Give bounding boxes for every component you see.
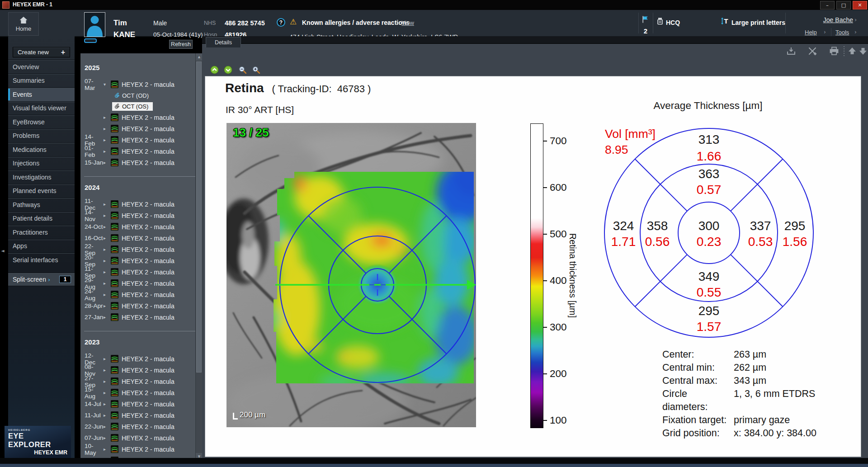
timeline-entry[interactable]: 20-Sep▸HEYEX 2 - macula (80, 255, 202, 266)
chevron-right-icon[interactable]: ▸ (104, 269, 111, 274)
timeline-entry[interactable]: 08-Nov▸HEYEX 2 - macula (80, 364, 202, 376)
split-screen-value[interactable]: 1 (59, 276, 71, 283)
timeline-entry[interactable]: 22-Sep▸HEYEX 2 - macula (80, 244, 202, 255)
timeline-entry[interactable]: 15-Jan▸HEYEX 2 - macula (80, 157, 202, 168)
chevron-right-icon[interactable]: ▸ (104, 303, 111, 308)
pan-down-icon[interactable] (224, 66, 232, 74)
chevron-right-icon[interactable]: ▸ (104, 126, 111, 131)
chevron-right-icon[interactable]: ▸ (104, 247, 111, 252)
window-close-icon[interactable]: ✕ (853, 1, 867, 9)
pan-up-icon[interactable] (210, 66, 219, 74)
collapse-left-icon[interactable]: ◄ (1, 248, 5, 253)
create-new-button[interactable]: Create new + (13, 47, 70, 57)
tab-details[interactable]: Details (206, 37, 241, 47)
timeline-entry[interactable]: 11-Jul▸HEYEX 2 - macula (80, 410, 202, 421)
home-button[interactable]: Home (8, 12, 39, 36)
chevron-right-icon[interactable]: ▸ (104, 236, 111, 241)
sidebar-item-summaries[interactable]: Summaries (8, 74, 75, 88)
chevron-right-icon[interactable]: ▸ (104, 315, 111, 320)
timeline-entry[interactable]: ▸HEYEX 2 - macula (80, 123, 202, 134)
sidebar-item-eyebrowse[interactable]: EyeBrowse (8, 115, 75, 129)
chevron-right-icon[interactable]: ▸ (104, 258, 111, 263)
chevron-right-icon[interactable]: ▸ (104, 368, 111, 373)
edit-tools-icon[interactable] (807, 46, 817, 56)
chevron-right-icon[interactable]: ▸ (104, 292, 111, 297)
sidebar-item-injections[interactable]: Injections (8, 156, 75, 170)
chevron-right-icon[interactable]: ▸ (104, 447, 111, 452)
timeline-entry[interactable]: ▸HEYEX 2 - macula (80, 112, 202, 123)
chevron-right-icon[interactable]: ▸ (104, 435, 111, 440)
chevron-right-icon[interactable]: ▸ (104, 160, 111, 165)
chevron-right-icon[interactable]: ▸ (104, 224, 111, 229)
timeline-entry[interactable]: 14-Feb▸HEYEX 2 - macula (80, 134, 202, 146)
timeline-entry[interactable]: 14-Nov▸HEYEX 2 - macula (80, 210, 202, 221)
print-icon[interactable] (829, 46, 839, 56)
timeline-entry[interactable]: 11-Dec▸HEYEX 2 - macula (80, 198, 202, 210)
sidebar-item-medications[interactable]: Medications (8, 142, 75, 156)
sidebar-item-events[interactable]: Events (8, 87, 75, 101)
chevron-right-icon[interactable]: ▸ (104, 379, 111, 384)
timeline-entry[interactable]: 15-Aug▸HEYEX 2 - macula (80, 387, 202, 398)
sidebar-item-overview[interactable]: Overview (8, 60, 75, 74)
timeline-attachment[interactable]: OCT (OS) (80, 101, 202, 112)
sidebar-item-patient-details[interactable]: Patient details (8, 212, 75, 226)
sidebar-item-problems[interactable]: Problems (8, 129, 75, 143)
sidebar-item-apps[interactable]: Apps (8, 239, 75, 253)
chevron-right-icon[interactable]: ▸ (104, 115, 111, 120)
timeline-entry[interactable]: 11-Sep▸HEYEX 2 - macula (80, 266, 202, 278)
tools-menu[interactable]: Tools (835, 29, 849, 36)
sidebar-item-planned-events[interactable]: Planned events (8, 184, 75, 198)
timeline-entry[interactable]: 01-Feb▸HEYEX 2 - macula (80, 146, 202, 157)
chevron-right-icon[interactable]: ▸ (104, 149, 111, 154)
chevron-right-icon[interactable]: ▸ (104, 401, 111, 406)
timeline-entry[interactable]: 16-Oct▸HEYEX 2 - macula (80, 232, 202, 244)
sidebar-item-practitioners[interactable]: Practitioners (8, 225, 75, 239)
user-name[interactable]: Joe Bache (823, 16, 853, 24)
timeline-entry[interactable]: 12-Dec▸HEYEX 2 - macula (80, 353, 202, 364)
window-maximize-icon[interactable]: □ (836, 1, 851, 9)
nav-up-icon[interactable] (847, 46, 857, 56)
chevron-right-icon[interactable]: ▸ (104, 413, 111, 418)
timeline-scrollbar[interactable]: ▲ ▼ (195, 53, 202, 460)
timeline-entry[interactable]: 29-Aug▸HEYEX 2 - macula (80, 278, 202, 289)
chevron-down-icon[interactable]: ▾ (104, 82, 111, 87)
selected-attachment[interactable]: OCT (OS) (112, 102, 153, 111)
sidebar-item-investigations[interactable]: Investigations (8, 170, 75, 184)
zoom-in-icon[interactable] (252, 66, 260, 74)
refresh-button[interactable]: Refresh (169, 40, 193, 49)
chevron-right-icon[interactable]: ▸ (104, 202, 111, 207)
chevron-right-icon[interactable]: ▸ (104, 390, 111, 395)
help-icon[interactable]: ? (277, 18, 285, 27)
download-icon[interactable] (786, 46, 796, 56)
chevron-right-icon[interactable]: ▸ (104, 281, 111, 286)
chevron-right-icon[interactable]: ▸ (104, 213, 111, 218)
allergies-view-link[interactable]: View (401, 19, 414, 26)
sidebar-item-visual-fields-viewer[interactable]: Visual fields viewer (8, 101, 75, 115)
timeline-entry[interactable]: 22-Jun▸HEYEX 2 - macula (80, 421, 202, 432)
user-menu[interactable]: Joe Bache (785, 16, 853, 24)
timeline-entry[interactable]: 07-Jun▸HEYEX 2 - macula (80, 432, 202, 443)
chevron-right-icon[interactable]: ▸ (104, 424, 111, 429)
timeline-entry[interactable]: 10-May▸HEYEX 2 - macula (80, 443, 202, 455)
timeline-entry[interactable]: 27-Jan▸HEYEX 2 - macula (80, 311, 202, 323)
window-minimize-icon[interactable]: – (820, 1, 835, 9)
scrollbar-thumb[interactable] (196, 61, 202, 373)
sidebar-item-pathways[interactable]: Pathways (8, 198, 75, 212)
zoom-out-icon[interactable] (238, 66, 247, 74)
split-screen-button[interactable]: Split-screen › 1 (8, 273, 75, 286)
fundus-thickness-map[interactable]: 13 / 25 200 µm (226, 123, 476, 427)
timeline-attachment[interactable]: OCT (OD) (80, 90, 202, 101)
timeline-entry[interactable]: 24-Oct▸HEYEX 2 - macula (80, 221, 202, 232)
nav-down-icon[interactable] (858, 46, 868, 56)
chevron-right-icon[interactable]: ▸ (104, 356, 111, 361)
chevron-right-icon[interactable]: ▸ (104, 137, 111, 142)
timeline-entry[interactable]: 24-Aug▸HEYEX 2 - macula (80, 289, 202, 300)
timeline-entry[interactable]: 28-Apr▸HEYEX 2 - macula (80, 300, 202, 311)
scroll-up-icon[interactable]: ▲ (196, 53, 202, 61)
flag-icon[interactable] (642, 15, 649, 24)
timeline-entry[interactable]: 14-Jul▸HEYEX 2 - macula (80, 398, 202, 410)
timeline-entry[interactable]: 27-Sep▸HEYEX 2 - macula (80, 376, 202, 387)
timeline-entry[interactable]: 07-Mar▾HEYEX 2 - macula (80, 79, 202, 90)
help-menu[interactable]: Help (805, 29, 817, 36)
sidebar-item-serial-interfaces[interactable]: Serial interfaces (8, 253, 75, 267)
